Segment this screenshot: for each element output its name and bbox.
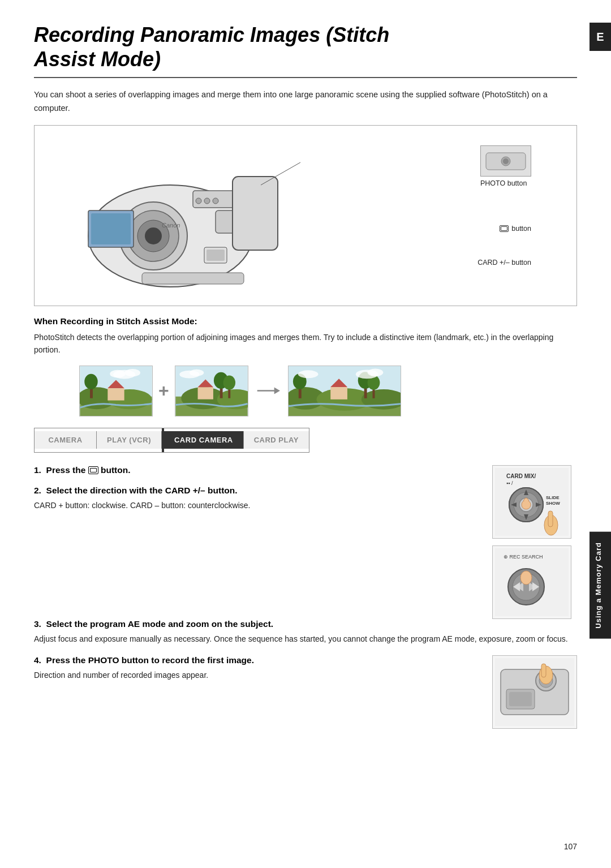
pano-result <box>288 366 401 416</box>
sidebar-tab: Using a Memory Card <box>590 532 611 639</box>
camera-diagram: Canon PHOTO button <box>34 125 577 306</box>
card-pm-label: CARD +/– button <box>477 259 531 267</box>
pano-image-2 <box>175 366 248 416</box>
page-number: 107 <box>564 842 577 851</box>
camera-illustration: Canon <box>57 143 340 295</box>
step-1-title: 1. Press the button. <box>34 465 481 475</box>
card-mix-image: CARD MIX/ SLIDE <box>492 465 571 539</box>
svg-text:CARD MIX/: CARD MIX/ <box>506 473 536 479</box>
svg-text:⊕ REC SEARCH: ⊕ REC SEARCH <box>504 554 543 560</box>
svg-point-20 <box>503 158 509 164</box>
svg-text:▪▪ /: ▪▪ / <box>506 480 513 486</box>
rec-search-image: ⊕ REC SEARCH <box>492 545 571 619</box>
svg-rect-92 <box>541 664 546 677</box>
svg-rect-40 <box>197 387 213 399</box>
step-4-desc: Direction and number of recorded images … <box>34 669 475 681</box>
merge-arrow <box>254 383 282 399</box>
svg-point-31 <box>110 369 125 377</box>
svg-rect-27 <box>107 388 124 401</box>
section-heading: When Recording in Stitch Assist Mode: <box>34 316 577 326</box>
step-3: 3. Select the program AE mode and zoom o… <box>34 619 577 645</box>
svg-rect-11 <box>142 273 244 284</box>
svg-point-4 <box>145 227 162 244</box>
step-3-desc: Adjust focus and exposure manually as ne… <box>34 633 577 645</box>
mode-btn-card-play[interactable]: CARD PLAY <box>244 431 309 449</box>
svg-point-39 <box>223 375 235 389</box>
svg-point-86 <box>520 571 532 585</box>
section-text: PhotoStitch detects the overlapping port… <box>34 331 577 356</box>
svg-line-8 <box>261 162 300 185</box>
mode-btn-camera[interactable]: CAMERA <box>35 431 97 449</box>
page-title: Recording Panoramic Images (Stitch Assis… <box>34 23 577 71</box>
step-4-title: 4. Press the PHOTO button to record the … <box>34 655 475 665</box>
intro-text: You can shoot a series of overlapping im… <box>34 88 577 114</box>
svg-point-16 <box>204 198 210 204</box>
svg-point-60 <box>367 368 383 376</box>
photo-button-label: PHOTO button <box>480 179 531 187</box>
step-3-title: 3. Select the program AE mode and zoom o… <box>34 619 577 629</box>
svg-text:SLIDE: SLIDE <box>546 495 560 500</box>
svg-rect-94 <box>509 692 532 706</box>
svg-point-72 <box>522 500 531 509</box>
svg-rect-53 <box>330 387 347 399</box>
svg-rect-10 <box>91 213 131 244</box>
svg-point-26 <box>84 373 97 389</box>
step-2: 2. Select the direction with the CARD +/… <box>34 485 481 512</box>
mode-btn-card-camera[interactable]: CARD CAMERA <box>164 431 244 449</box>
svg-point-30 <box>125 368 140 376</box>
svg-point-15 <box>196 198 201 204</box>
step-2-title: 2. Select the direction with the CARD +/… <box>34 485 481 496</box>
svg-point-43 <box>190 369 204 376</box>
svg-rect-77 <box>548 511 553 527</box>
mode-btn-play-vcr[interactable]: PLAY (VCR) <box>97 431 162 449</box>
pano-illustration: + <box>34 366 577 416</box>
svg-marker-45 <box>274 387 279 394</box>
card-button-label: button <box>500 225 531 233</box>
mode-buttons-row: CAMERA PLAY (VCR) CARD CAMERA CARD PLAY <box>34 428 309 453</box>
pano-image-1 <box>79 366 153 416</box>
plus-sign: + <box>158 380 169 401</box>
title-divider <box>34 77 577 78</box>
svg-rect-14 <box>206 250 225 261</box>
step-2-desc: CARD + button: clockwise. CARD – button:… <box>34 499 481 512</box>
svg-text:Canon: Canon <box>162 222 180 229</box>
svg-point-61 <box>298 370 319 378</box>
step-4: 4. Press the PHOTO button to record the … <box>34 655 577 729</box>
photo-button-image <box>492 655 577 729</box>
svg-point-17 <box>213 198 218 204</box>
svg-rect-7 <box>233 177 278 250</box>
step-1: 1. Press the button. <box>34 465 481 475</box>
